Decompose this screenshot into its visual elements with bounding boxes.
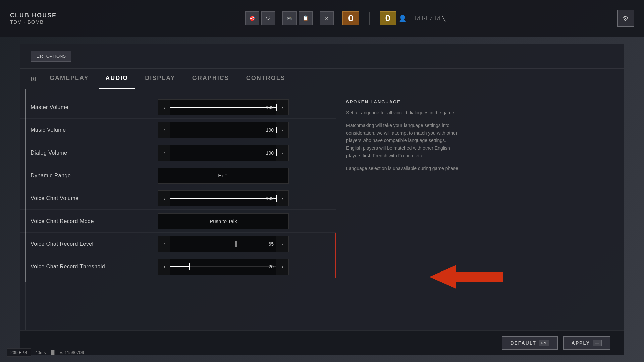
slider-right-arrow[interactable]: › [276,145,288,161]
master-volume-control: ‹ 100 › [158,99,289,115]
voice-chat-record-threshold-control: ‹ 20 › [158,259,289,275]
tab-audio[interactable]: AUDIO [99,69,135,89]
nav-icon-2[interactable]: 🛡 [261,11,275,25]
voice-chat-record-level-slider[interactable]: ‹ 65 › [158,236,289,252]
main-content: Esc OPTIONS ⊞ GAMEPLAY AUDIO DISPLAY GRA… [0,37,644,362]
voice-chat-record-mode-control: Push to Talk [158,213,289,229]
slider-fill [170,107,276,108]
check-4: ☑ [435,15,440,22]
apply-button[interactable]: APPLY — [563,336,610,350]
dynamic-range-dropdown[interactable]: Hi-Fi [158,168,289,184]
check-1: ☑ [415,15,420,22]
setting-row-master-volume: Master Volume ‹ 100 › [20,96,336,119]
nav-icon-3[interactable]: 🎮 [282,11,297,25]
nav-divider-2 [316,12,316,25]
score-box-2: 0 👤 [380,11,407,25]
slider-value: 100 [266,127,274,133]
slider-fill [170,266,190,267]
info-title: SPOKEN LANGUAGE [346,99,460,104]
nav-icon-4[interactable]: 📋 [299,11,313,25]
dialog-volume-control: ‹ 100 › [158,145,289,161]
tabs-row: ⊞ GAMEPLAY AUDIO DISPLAY GRAPHICS CONTRO… [20,69,624,89]
voice-chat-volume-slider[interactable]: ‹ 100 › [158,190,289,206]
score-box: 0 [342,11,359,25]
back-button[interactable]: Esc OPTIONS [31,51,71,62]
voice-chat-record-mode-value: Push to Talk [210,218,237,224]
fps-display: 239 FPS [7,348,31,357]
slider-fill [170,244,236,244]
ping-value: 40ms [35,350,46,355]
top-nav-icons: 🎯 🛡 🎮 📋 ✕ 0 0 👤 ☑ ☑ ☑ ☑ ╲ [57,11,634,25]
status-bar: 239 FPS 40ms ▐▌ v: 11580709 [0,343,91,362]
slider-left-arrow[interactable]: ‹ [158,122,170,138]
voice-chat-record-threshold-label: Voice Chat Record Threshold [31,264,158,270]
slider-value: 20 [268,264,274,269]
slider-left-arrow[interactable]: ‹ [158,145,170,161]
default-label: Default [510,340,536,346]
slider-value: 100 [266,105,274,110]
version-value: v: 11580709 [60,350,84,355]
nav-divider [279,12,279,25]
voice-chat-record-level-label: Voice Chat Record Level [31,241,158,247]
voice-chat-record-mode-label: Voice Chat Record Mode [31,218,158,224]
cancel-icon[interactable]: ✕ [320,11,334,25]
tab-controls[interactable]: CONTROLS [239,69,292,89]
options-header: Esc OPTIONS [20,44,624,69]
bar-chart-icon: ▐▌ [50,350,56,355]
player-icon: 👤 [399,15,406,22]
default-key: F9 [539,340,549,346]
slider-track: 100 [170,122,276,138]
slider-left-arrow[interactable]: ‹ [158,100,170,115]
objective-icons: ☑ ☑ ☑ ☑ ╲ [415,15,445,22]
score-value-2: 0 [380,11,396,25]
tab-graphics[interactable]: GRAPHICS [185,69,236,89]
slider-fill [170,130,276,130]
bottom-bar: Default F9 APPLY — [20,330,624,355]
slider-left-arrow[interactable]: ‹ [158,259,170,275]
slider-value: 100 [266,196,274,201]
master-volume-slider[interactable]: ‹ 100 › [158,99,289,115]
voice-chat-record-level-control: ‹ 65 › [158,236,289,252]
slider-track: 100 [170,100,276,115]
slider-right-arrow[interactable]: › [276,122,288,138]
check-5: ╲ [442,15,445,22]
dynamic-range-value: Hi-Fi [218,173,229,178]
slider-left-arrow[interactable]: ‹ [158,236,170,252]
music-volume-label: Music Volume [31,127,158,133]
dialog-volume-slider[interactable]: ‹ 100 › [158,145,289,161]
slider-left-arrow[interactable]: ‹ [158,191,170,206]
tab-gameplay[interactable]: GAMEPLAY [43,69,95,89]
slider-right-arrow[interactable]: › [276,100,288,115]
slider-thumb [276,104,277,111]
info-para-2: Matchmaking will take your language sett… [346,122,460,159]
match-info: CLUB HOUSE TDM - BOMB [10,12,57,25]
map-name: CLUB HOUSE [10,12,57,19]
default-button[interactable]: Default F9 [502,336,557,350]
dynamic-range-label: Dynamic Range [31,173,158,179]
tab-display[interactable]: DISPLAY [138,69,182,89]
setting-row-dialog-volume: Dialog Volume ‹ 100 › [20,141,336,164]
apply-label: APPLY [572,340,590,346]
music-volume-control: ‹ 100 › [158,122,289,138]
slider-track: 20 [170,259,276,275]
slider-thumb [276,127,277,133]
slider-right-arrow[interactable]: › [276,259,288,275]
voice-chat-record-mode-dropdown[interactable]: Push to Talk [158,213,289,229]
dialog-volume-label: Dialog Volume [31,150,158,156]
nav-icon-1[interactable]: 🎯 [245,11,259,25]
settings-button[interactable]: ⚙ [617,10,634,27]
options-panel: Esc OPTIONS ⊞ GAMEPLAY AUDIO DISPLAY GRA… [20,44,624,355]
dynamic-range-control: Hi-Fi [158,168,289,184]
slider-track: 100 [170,191,276,206]
svg-marker-0 [429,265,503,289]
setting-row-voice-chat-record-level: Voice Chat Record Level ‹ 65 › [20,233,336,255]
setting-row-music-volume: Music Volume ‹ 100 › [20,119,336,141]
music-volume-slider[interactable]: ‹ 100 › [158,122,289,138]
slider-right-arrow[interactable]: › [276,236,288,252]
settings-list: Master Volume ‹ 100 › [20,89,336,330]
tab-icon: ⊞ [31,75,36,83]
slider-right-arrow[interactable]: › [276,191,288,206]
voice-chat-record-threshold-slider[interactable]: ‹ 20 › [158,259,289,275]
red-arrow-annotation [429,263,503,292]
voice-chat-volume-label: Voice Chat Volume [31,195,158,201]
